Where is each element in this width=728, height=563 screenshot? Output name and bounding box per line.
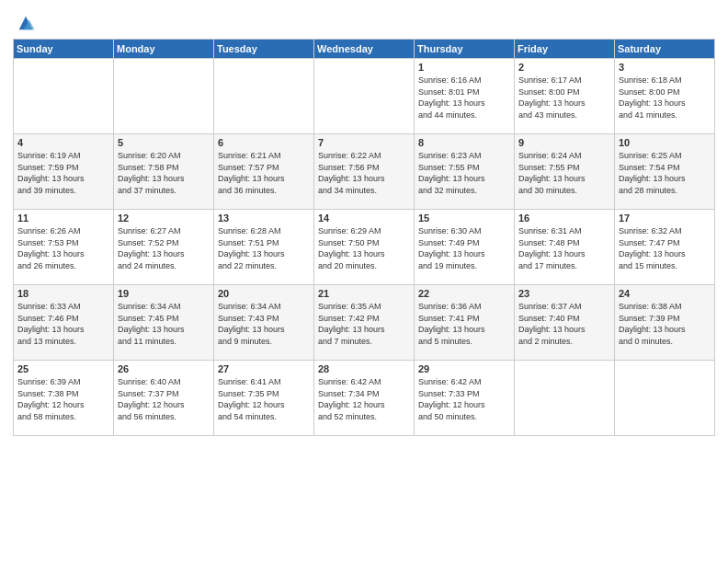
day-number: 8	[418, 137, 510, 148]
day-number: 16	[518, 213, 610, 224]
day-number: 12	[118, 213, 210, 224]
weekday-header-monday: Monday	[114, 40, 214, 59]
calendar-cell	[515, 361, 615, 436]
day-info: Sunrise: 6:22 AM Sunset: 7:56 PM Dayligh…	[318, 150, 410, 196]
day-number: 11	[17, 213, 109, 224]
calendar-cell: 1Sunrise: 6:16 AM Sunset: 8:01 PM Daylig…	[415, 59, 515, 134]
calendar-cell: 28Sunrise: 6:42 AM Sunset: 7:34 PM Dayli…	[314, 361, 415, 436]
weekday-header-friday: Friday	[515, 40, 615, 59]
weekday-header-thursday: Thursday	[415, 40, 515, 59]
day-info: Sunrise: 6:26 AM Sunset: 7:53 PM Dayligh…	[17, 225, 109, 271]
calendar: SundayMondayTuesdayWednesdayThursdayFrid…	[13, 39, 715, 436]
day-number: 29	[418, 363, 510, 374]
day-info: Sunrise: 6:29 AM Sunset: 7:50 PM Dayligh…	[318, 225, 410, 271]
day-info: Sunrise: 6:18 AM Sunset: 8:00 PM Dayligh…	[619, 75, 711, 121]
day-number: 9	[518, 137, 610, 148]
logo-icon	[16, 13, 36, 33]
calendar-cell: 29Sunrise: 6:42 AM Sunset: 7:33 PM Dayli…	[415, 361, 515, 436]
calendar-cell: 2Sunrise: 6:17 AM Sunset: 8:00 PM Daylig…	[515, 59, 615, 134]
calendar-cell	[14, 59, 114, 134]
calendar-cell: 10Sunrise: 6:25 AM Sunset: 7:54 PM Dayli…	[615, 134, 715, 210]
day-info: Sunrise: 6:36 AM Sunset: 7:41 PM Dayligh…	[418, 301, 510, 347]
header	[13, 9, 715, 33]
calendar-cell	[615, 361, 715, 436]
day-number: 10	[619, 137, 711, 148]
calendar-cell	[214, 59, 314, 134]
day-number: 28	[318, 363, 410, 374]
calendar-cell	[314, 59, 415, 134]
calendar-cell: 23Sunrise: 6:37 AM Sunset: 7:40 PM Dayli…	[515, 285, 615, 361]
calendar-cell: 15Sunrise: 6:30 AM Sunset: 7:49 PM Dayli…	[415, 210, 515, 285]
calendar-cell: 21Sunrise: 6:35 AM Sunset: 7:42 PM Dayli…	[314, 285, 415, 361]
day-number: 24	[619, 288, 711, 299]
day-info: Sunrise: 6:32 AM Sunset: 7:47 PM Dayligh…	[619, 225, 711, 271]
day-info: Sunrise: 6:42 AM Sunset: 7:33 PM Dayligh…	[418, 376, 510, 422]
calendar-cell: 9Sunrise: 6:24 AM Sunset: 7:55 PM Daylig…	[515, 134, 615, 210]
day-number: 17	[619, 213, 711, 224]
day-info: Sunrise: 6:38 AM Sunset: 7:39 PM Dayligh…	[619, 301, 711, 347]
weekday-header-wednesday: Wednesday	[314, 40, 415, 59]
day-info: Sunrise: 6:37 AM Sunset: 7:40 PM Dayligh…	[518, 301, 610, 347]
day-info: Sunrise: 6:30 AM Sunset: 7:49 PM Dayligh…	[418, 225, 510, 271]
day-number: 23	[518, 288, 610, 299]
calendar-cell: 17Sunrise: 6:32 AM Sunset: 7:47 PM Dayli…	[615, 210, 715, 285]
day-number: 13	[218, 213, 310, 224]
calendar-cell: 18Sunrise: 6:33 AM Sunset: 7:46 PM Dayli…	[14, 285, 114, 361]
calendar-cell: 7Sunrise: 6:22 AM Sunset: 7:56 PM Daylig…	[314, 134, 415, 210]
day-info: Sunrise: 6:35 AM Sunset: 7:42 PM Dayligh…	[318, 301, 410, 347]
day-info: Sunrise: 6:17 AM Sunset: 8:00 PM Dayligh…	[518, 75, 610, 121]
calendar-cell: 12Sunrise: 6:27 AM Sunset: 7:52 PM Dayli…	[114, 210, 214, 285]
day-info: Sunrise: 6:33 AM Sunset: 7:46 PM Dayligh…	[17, 301, 109, 347]
calendar-cell: 13Sunrise: 6:28 AM Sunset: 7:51 PM Dayli…	[214, 210, 314, 285]
day-number: 2	[518, 62, 610, 73]
day-info: Sunrise: 6:34 AM Sunset: 7:43 PM Dayligh…	[218, 301, 310, 347]
day-info: Sunrise: 6:16 AM Sunset: 8:01 PM Dayligh…	[418, 75, 510, 121]
day-info: Sunrise: 6:21 AM Sunset: 7:57 PM Dayligh…	[218, 150, 310, 196]
calendar-cell: 6Sunrise: 6:21 AM Sunset: 7:57 PM Daylig…	[214, 134, 314, 210]
day-number: 19	[118, 288, 210, 299]
calendar-cell: 19Sunrise: 6:34 AM Sunset: 7:45 PM Dayli…	[114, 285, 214, 361]
weekday-header-tuesday: Tuesday	[214, 40, 314, 59]
weekday-header-sunday: Sunday	[14, 40, 114, 59]
calendar-cell: 16Sunrise: 6:31 AM Sunset: 7:48 PM Dayli…	[515, 210, 615, 285]
day-number: 25	[17, 363, 109, 374]
calendar-cell: 27Sunrise: 6:41 AM Sunset: 7:35 PM Dayli…	[214, 361, 314, 436]
day-info: Sunrise: 6:40 AM Sunset: 7:37 PM Dayligh…	[118, 376, 210, 422]
day-info: Sunrise: 6:34 AM Sunset: 7:45 PM Dayligh…	[118, 301, 210, 347]
day-info: Sunrise: 6:20 AM Sunset: 7:58 PM Dayligh…	[118, 150, 210, 196]
weekday-header-saturday: Saturday	[615, 40, 715, 59]
day-info: Sunrise: 6:25 AM Sunset: 7:54 PM Dayligh…	[619, 150, 711, 196]
day-info: Sunrise: 6:39 AM Sunset: 7:38 PM Dayligh…	[17, 376, 109, 422]
day-info: Sunrise: 6:28 AM Sunset: 7:51 PM Dayligh…	[218, 225, 310, 271]
day-number: 7	[318, 137, 410, 148]
calendar-cell: 8Sunrise: 6:23 AM Sunset: 7:55 PM Daylig…	[415, 134, 515, 210]
calendar-cell: 5Sunrise: 6:20 AM Sunset: 7:58 PM Daylig…	[114, 134, 214, 210]
calendar-week-1: 4Sunrise: 6:19 AM Sunset: 7:59 PM Daylig…	[14, 134, 715, 210]
day-number: 18	[17, 288, 109, 299]
calendar-cell: 22Sunrise: 6:36 AM Sunset: 7:41 PM Dayli…	[415, 285, 515, 361]
day-number: 14	[318, 213, 410, 224]
calendar-cell: 20Sunrise: 6:34 AM Sunset: 7:43 PM Dayli…	[214, 285, 314, 361]
calendar-cell: 26Sunrise: 6:40 AM Sunset: 7:37 PM Dayli…	[114, 361, 214, 436]
day-number: 15	[418, 213, 510, 224]
day-number: 5	[118, 137, 210, 148]
day-info: Sunrise: 6:23 AM Sunset: 7:55 PM Dayligh…	[418, 150, 510, 196]
calendar-cell	[114, 59, 214, 134]
day-number: 20	[218, 288, 310, 299]
calendar-cell: 14Sunrise: 6:29 AM Sunset: 7:50 PM Dayli…	[314, 210, 415, 285]
day-number: 26	[118, 363, 210, 374]
calendar-cell: 11Sunrise: 6:26 AM Sunset: 7:53 PM Dayli…	[14, 210, 114, 285]
calendar-week-4: 25Sunrise: 6:39 AM Sunset: 7:38 PM Dayli…	[14, 361, 715, 436]
day-number: 21	[318, 288, 410, 299]
day-number: 22	[418, 288, 510, 299]
day-info: Sunrise: 6:31 AM Sunset: 7:48 PM Dayligh…	[518, 225, 610, 271]
weekday-header-row: SundayMondayTuesdayWednesdayThursdayFrid…	[14, 40, 715, 59]
day-info: Sunrise: 6:19 AM Sunset: 7:59 PM Dayligh…	[17, 150, 109, 196]
calendar-cell: 24Sunrise: 6:38 AM Sunset: 7:39 PM Dayli…	[615, 285, 715, 361]
day-number: 4	[17, 137, 109, 148]
day-info: Sunrise: 6:42 AM Sunset: 7:34 PM Dayligh…	[318, 376, 410, 422]
calendar-week-3: 18Sunrise: 6:33 AM Sunset: 7:46 PM Dayli…	[14, 285, 715, 361]
calendar-cell: 4Sunrise: 6:19 AM Sunset: 7:59 PM Daylig…	[14, 134, 114, 210]
calendar-cell: 25Sunrise: 6:39 AM Sunset: 7:38 PM Dayli…	[14, 361, 114, 436]
day-info: Sunrise: 6:41 AM Sunset: 7:35 PM Dayligh…	[218, 376, 310, 422]
